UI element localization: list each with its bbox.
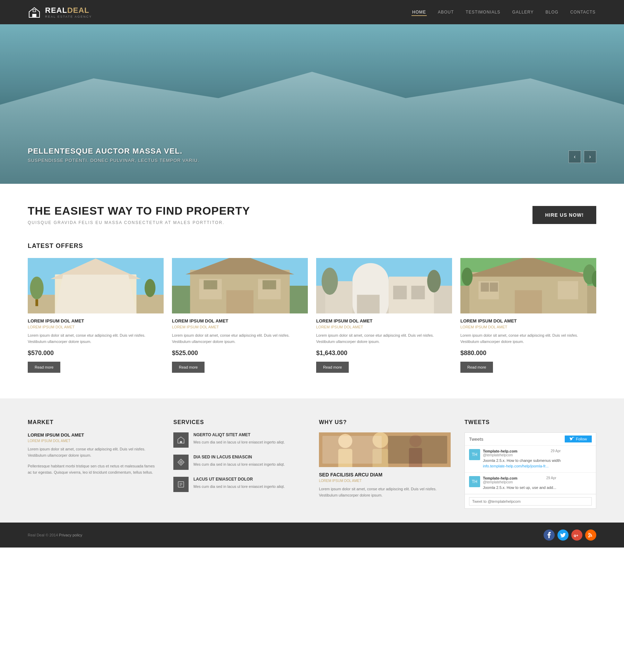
offer-title-2: LOREM IPSUM DOL AMET: [172, 318, 308, 324]
service-item-3: LACUS UT ENIASCET DOLOR Mes cum dia sed …: [173, 477, 305, 492]
service-desc-3: Mes cum dia sed in lacus ul lore eniasce…: [193, 484, 285, 490]
logo: REALDEAL REAL ESTATE AGENCY: [28, 6, 92, 19]
offer-card-1: LOREM IPSUM DOL AMET LOREM IPSUM DOL AME…: [28, 258, 164, 378]
hero-prev-button[interactable]: ‹: [569, 150, 581, 163]
twitter-bird-icon: [570, 437, 574, 441]
whyus-desc: Lorem ipsum dolor sit amet, conse etur a…: [319, 486, 451, 498]
offer-desc-3: Lorem ipsum dolor sit amet, conse etur a…: [316, 333, 452, 345]
svg-rect-20: [226, 290, 253, 313]
hire-us-button[interactable]: HIRE US NOW!: [532, 206, 596, 224]
svg-rect-48: [180, 441, 182, 443]
svg-rect-42: [481, 283, 489, 292]
svg-rect-23: [262, 280, 269, 289]
tweet-author-1: Template-help.com: [483, 449, 517, 453]
service-item-2: DIA SED IN LACUS ENIASCIN Mes cum dia se…: [173, 455, 305, 470]
rss-icon: [588, 533, 593, 537]
tweet-input[interactable]: [469, 497, 592, 506]
service-desc-1: Mes cum dia sed in lacus ul lore eniasce…: [193, 439, 285, 445]
svg-point-60: [409, 435, 422, 447]
offer-price-3: $1,643.000: [316, 350, 452, 357]
twitter-follow-button[interactable]: Follow: [565, 436, 592, 442]
svg-rect-30: [357, 295, 380, 313]
main-content: THE EASIEST WAY TO FIND PROPERTY QUISQUE…: [0, 184, 624, 398]
read-more-button-3[interactable]: Read more: [316, 362, 349, 373]
facebook-button[interactable]: [544, 529, 555, 541]
tweets-title: TWEETS: [465, 419, 596, 425]
whyus-column: WHY US? SED FACILISIS ARCU DIAM LOREM IP…: [319, 419, 451, 509]
offer-subtitle-1: LOREM IPSUM DOL AMET: [28, 325, 164, 329]
services-column: SERVICES NGERTO ALIQT SITET AMET Mes cum…: [173, 419, 305, 509]
tweet-content-1: Template-help.com 29 Apr @templatehelpco…: [483, 449, 561, 469]
nav-home[interactable]: HOME: [411, 8, 427, 16]
service-icon-2: [173, 455, 189, 470]
site-header: REALDEAL REAL ESTATE AGENCY HOME ABOUT T…: [0, 0, 624, 24]
offer-card-3: LOREM IPSUM DOL AMET LOREM IPSUM DOL AME…: [316, 258, 452, 378]
nav-gallery[interactable]: GALLERY: [511, 8, 534, 16]
whyus-item-title: SED FACILISIS ARCU DIAM: [319, 472, 451, 477]
footer-copyright: Real Deal © 2014 Privacy policy: [28, 533, 82, 537]
svg-point-44: [462, 268, 473, 286]
service-text-3: LACUS UT ENIASCET DOLOR Mes cum dia sed …: [193, 477, 285, 490]
headline-section: THE EASIEST WAY TO FIND PROPERTY QUISQUE…: [28, 205, 596, 225]
offer-title-3: LOREM IPSUM DOL AMET: [316, 318, 452, 324]
svg-point-58: [373, 432, 389, 448]
read-more-button-1[interactable]: Read more: [28, 362, 60, 373]
nav-contacts[interactable]: CONTACTS: [570, 8, 596, 16]
tweets-widget-header: Tweets Follow: [465, 433, 596, 446]
logo-icon: [28, 6, 41, 19]
twitter-button[interactable]: [557, 529, 569, 541]
tweet-text-2: Joomla 2.5.x. How to set up, use and add…: [483, 485, 556, 490]
offer-title-1: LOREM IPSUM DOL AMET: [28, 318, 164, 324]
offer-desc-2: Lorem ipsum dolor sit amet, conse etur a…: [172, 333, 308, 345]
market-column: MARKET LOREM IPSUM DOL AMET LOREM IPSUM …: [28, 419, 159, 509]
read-more-button-2[interactable]: Read more: [172, 362, 205, 373]
main-nav: HOME ABOUT TESTIMONIALS GALLERY BLOG CON…: [411, 8, 596, 16]
svg-rect-59: [373, 449, 389, 467]
whyus-title: WHY US?: [319, 419, 451, 425]
offer-image-4: [460, 258, 596, 313]
offer-title-4: LOREM IPSUM DOL AMET: [460, 318, 596, 324]
privacy-policy-link[interactable]: Privacy policy: [59, 533, 82, 537]
svg-rect-3: [33, 10, 36, 12]
svg-rect-22: [210, 280, 217, 289]
nav-testimonials[interactable]: TESTIMONIALS: [465, 8, 501, 16]
nav-about[interactable]: ABOUT: [437, 8, 454, 16]
nav-blog[interactable]: BLOG: [545, 8, 559, 16]
tweet-link-1[interactable]: info.template-help.com/help/joomla-fr...: [483, 464, 549, 468]
services-title: SERVICES: [173, 419, 305, 425]
svg-rect-6: [55, 274, 136, 313]
tweet-avatar-1: TH: [469, 449, 480, 460]
svg-rect-10: [82, 290, 96, 313]
svg-point-33: [322, 268, 338, 295]
offer-card-2: LOREM IPSUM DOL AMET LOREM IPSUM DOL AME…: [172, 258, 308, 378]
offers-grid: LOREM IPSUM DOL AMET LOREM IPSUM DOL AME…: [28, 258, 596, 378]
googleplus-icon: g+: [574, 533, 580, 537]
hero-next-button[interactable]: ›: [584, 150, 596, 163]
tweets-list: TH Template-help.com 29 Apr @templatehel…: [465, 446, 596, 494]
offer-card-body-1: LOREM IPSUM DOL AMET LOREM IPSUM DOL AME…: [28, 313, 164, 378]
hero-navigation: ‹ ›: [569, 150, 596, 163]
offer-image-1: [28, 258, 164, 313]
bottom-section: MARKET LOREM IPSUM DOL AMET LOREM IPSUM …: [0, 398, 624, 523]
logo-text: REALDEAL REAL ESTATE AGENCY: [45, 6, 92, 18]
svg-point-56: [338, 434, 353, 448]
read-more-button-4[interactable]: Read more: [460, 362, 493, 373]
tweet-content-2: Template-help.com 29 Apr @templatehelpco…: [483, 476, 556, 490]
tweet-author-2: Template-help.com: [483, 476, 517, 480]
footer-social: g+: [544, 529, 596, 541]
bottom-grid: MARKET LOREM IPSUM DOL AMET LOREM IPSUM …: [28, 419, 596, 509]
tweet-handle-1: @templatehelpcom: [483, 453, 561, 457]
tweet-item-1: TH Template-help.com 29 Apr @templatehel…: [465, 446, 596, 473]
svg-rect-21: [203, 280, 210, 289]
rss-button[interactable]: [585, 529, 596, 541]
svg-rect-61: [409, 448, 422, 467]
tweet-date-1: 29 Apr: [551, 449, 561, 453]
svg-point-11: [30, 277, 44, 299]
googleplus-button[interactable]: g+: [571, 529, 582, 541]
market-item-title: LOREM IPSUM DOL AMET: [28, 432, 159, 438]
tweet-text-1: Joomla 2.5.x. How to change submenus wid…: [483, 458, 561, 469]
svg-rect-24: [269, 280, 276, 289]
offer-card-body-4: LOREM IPSUM DOL AMET LOREM IPSUM DOL AME…: [460, 313, 596, 378]
offer-card-body-3: LOREM IPSUM DOL AMET LOREM IPSUM DOL AME…: [316, 313, 452, 378]
tweet-date-2: 29 Apr: [546, 476, 556, 480]
